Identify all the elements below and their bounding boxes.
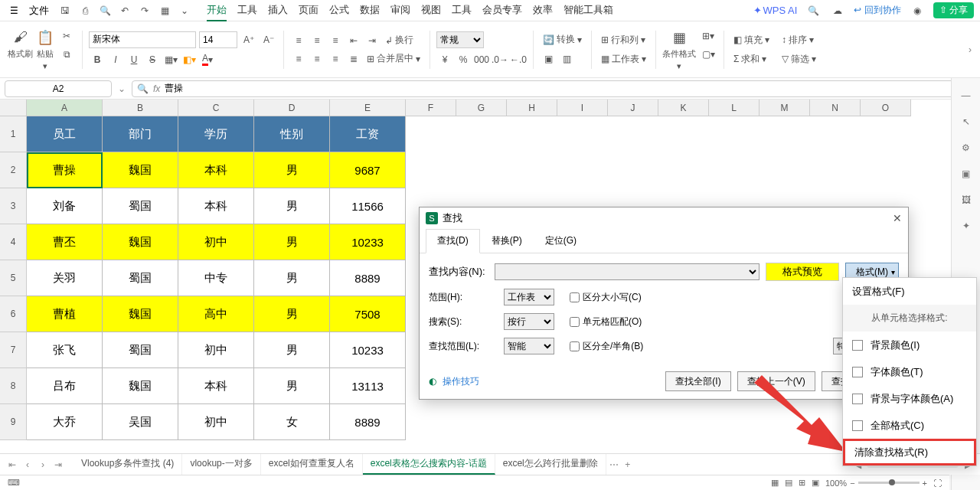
table-header-cell[interactable]: 员工 bbox=[27, 116, 103, 152]
underline-button[interactable]: U bbox=[126, 51, 142, 68]
view-page-icon[interactable]: ▤ bbox=[785, 478, 792, 488]
qat-clipboard-icon[interactable]: ▦ bbox=[156, 2, 173, 19]
align-right-icon[interactable]: ≡ bbox=[327, 51, 344, 67]
font-size-select[interactable] bbox=[199, 31, 237, 48]
menu-font-color[interactable]: 字体颜色(T) bbox=[843, 358, 976, 385]
align-center-icon[interactable]: ≡ bbox=[309, 51, 325, 67]
scope-select[interactable]: 工作表 bbox=[504, 289, 554, 305]
table-cell[interactable]: 吕布 bbox=[27, 368, 103, 404]
row-header-1[interactable]: 1 bbox=[0, 116, 27, 152]
menu-tab-5[interactable]: 数据 bbox=[360, 0, 380, 21]
magic-icon[interactable]: ✦ bbox=[958, 217, 975, 234]
menu-tab-8[interactable]: 工具 bbox=[452, 0, 472, 21]
align-top-icon[interactable]: ≡ bbox=[290, 32, 307, 49]
menu-tab-7[interactable]: 视图 bbox=[421, 0, 441, 21]
sheet-tab[interactable]: excel如何查重复人名 bbox=[261, 454, 363, 475]
first-sheet-icon[interactable]: ⇤ bbox=[6, 459, 18, 471]
table-cell[interactable]: 中专 bbox=[178, 260, 254, 296]
zoom-fx-icon[interactable]: 🔍 bbox=[137, 83, 149, 94]
conditional-format-button[interactable]: ▦条件格式▾ bbox=[662, 28, 696, 71]
table-cell[interactable]: 男 bbox=[254, 368, 330, 404]
table-cell[interactable]: 魏国 bbox=[103, 296, 178, 332]
col-header-O[interactable]: O bbox=[861, 100, 911, 116]
wps-ai-button[interactable]: ✦ WPS AI bbox=[753, 5, 798, 16]
table-cell[interactable]: 曹植 bbox=[27, 296, 103, 332]
menu-tab-9[interactable]: 会员专享 bbox=[482, 0, 522, 21]
paste-button[interactable]: 📋粘贴▾ bbox=[36, 28, 54, 71]
align-bottom-icon[interactable]: ≡ bbox=[327, 32, 344, 49]
ribbon-scroll-right-icon[interactable]: › bbox=[963, 43, 977, 57]
table-cell[interactable]: 本科 bbox=[178, 152, 254, 188]
table-cell[interactable]: 蜀国 bbox=[103, 332, 178, 368]
table-cell[interactable]: 大乔 bbox=[27, 404, 103, 440]
table-header-cell[interactable]: 学历 bbox=[178, 116, 254, 152]
table-cell[interactable]: 8889 bbox=[330, 260, 406, 296]
fill-color-button[interactable]: ◧▾ bbox=[181, 51, 198, 68]
table-cell[interactable]: 11566 bbox=[330, 188, 406, 224]
inc-decimal-icon[interactable]: .0→ bbox=[492, 51, 508, 68]
table-cell[interactable]: 魏国 bbox=[103, 152, 178, 188]
qat-save-icon[interactable]: 🖫 bbox=[57, 2, 74, 19]
cursor-icon[interactable]: ↖ bbox=[958, 113, 975, 130]
next-sheet-icon[interactable]: › bbox=[37, 459, 49, 471]
prev-sheet-icon[interactable]: ‹ bbox=[21, 459, 34, 471]
share-button[interactable]: ⇧ 分享 bbox=[933, 2, 974, 18]
col-header-C[interactable]: C bbox=[178, 100, 254, 116]
zoom-value[interactable]: 100% bbox=[825, 479, 847, 488]
col-header-F[interactable]: F bbox=[406, 100, 456, 116]
row-header-5[interactable]: 5 bbox=[0, 260, 27, 296]
menu-clear-format[interactable]: 清除查找格式(R) bbox=[843, 439, 976, 466]
match-width-checkbox[interactable]: 区分全/半角(B) bbox=[570, 340, 643, 353]
close-icon[interactable]: ✕ bbox=[893, 212, 902, 224]
menu-all-format[interactable]: 全部格式(C) bbox=[843, 412, 976, 439]
qat-print-icon[interactable]: ⎙ bbox=[77, 2, 93, 19]
formula-bar[interactable]: 🔍 fx 曹操 bbox=[132, 80, 975, 97]
col-header-E[interactable]: E bbox=[330, 100, 406, 116]
cloud-icon[interactable]: ☁ bbox=[829, 2, 846, 19]
match-case-checkbox[interactable]: 区分大小写(C) bbox=[570, 291, 642, 304]
table-cell[interactable]: 关羽 bbox=[27, 260, 103, 296]
strikethrough-button[interactable]: S bbox=[144, 51, 161, 68]
cut-icon[interactable]: ✂ bbox=[57, 28, 76, 44]
row-header-2[interactable]: 2 bbox=[0, 152, 27, 188]
table-cell[interactable]: 蜀国 bbox=[103, 188, 178, 224]
menu-tab-1[interactable]: 工具 bbox=[237, 0, 257, 21]
bold-button[interactable]: B bbox=[89, 51, 106, 68]
indent-left-icon[interactable]: ⇤ bbox=[345, 32, 362, 49]
tip-link[interactable]: 操作技巧 bbox=[443, 375, 479, 388]
find-prev-button[interactable]: 查找上一个(V) bbox=[737, 371, 815, 391]
search-icon[interactable]: 🔍 bbox=[805, 2, 822, 19]
settings-icon[interactable]: ⚙ bbox=[958, 139, 975, 156]
lookin-select[interactable]: 智能 bbox=[504, 338, 554, 354]
align-left-icon[interactable]: ≡ bbox=[290, 51, 307, 67]
more-tabs-icon[interactable]: ⋯ bbox=[608, 459, 620, 471]
find-all-button[interactable]: 查找全部(I) bbox=[665, 371, 730, 391]
dialog-tab-2[interactable]: 定位(G) bbox=[534, 229, 588, 253]
dialog-tab-1[interactable]: 替换(P) bbox=[480, 229, 534, 253]
table-cell[interactable]: 男 bbox=[254, 224, 330, 260]
menu-tab-2[interactable]: 插入 bbox=[268, 0, 288, 21]
sheet-tab[interactable]: excel表格怎么搜索内容-话题 bbox=[363, 454, 495, 475]
col-header-K[interactable]: K bbox=[658, 100, 709, 116]
col-header-D[interactable]: D bbox=[254, 100, 330, 116]
menu-tab-6[interactable]: 审阅 bbox=[390, 0, 410, 21]
justify-icon[interactable]: ≣ bbox=[345, 51, 362, 67]
menu-bg-color[interactable]: 背景颜色(I) bbox=[843, 332, 976, 358]
fullscreen-icon[interactable]: ⛶ bbox=[933, 479, 942, 488]
minus-icon[interactable]: — bbox=[958, 87, 975, 104]
select-all-corner[interactable] bbox=[0, 100, 27, 116]
table-cell[interactable]: 吴国 bbox=[103, 404, 178, 440]
table-cell[interactable]: 魏国 bbox=[103, 368, 178, 404]
zoom-slider[interactable] bbox=[858, 482, 920, 484]
table-header-cell[interactable]: 部门 bbox=[103, 116, 178, 152]
table-cell[interactable]: 10233 bbox=[330, 224, 406, 260]
table-cell[interactable]: 张飞 bbox=[27, 332, 103, 368]
row-header-7[interactable]: 7 bbox=[0, 332, 27, 368]
zoom-in-icon[interactable]: + bbox=[923, 479, 927, 488]
name-box[interactable] bbox=[5, 80, 112, 97]
copy-icon[interactable]: ⧉ bbox=[57, 47, 76, 62]
search-select[interactable]: 按行 bbox=[504, 313, 554, 330]
view-break-icon[interactable]: ⊞ bbox=[799, 478, 805, 488]
table-cell[interactable]: 男 bbox=[254, 296, 330, 332]
table-style-icon[interactable]: ⊞▾ bbox=[699, 28, 717, 44]
